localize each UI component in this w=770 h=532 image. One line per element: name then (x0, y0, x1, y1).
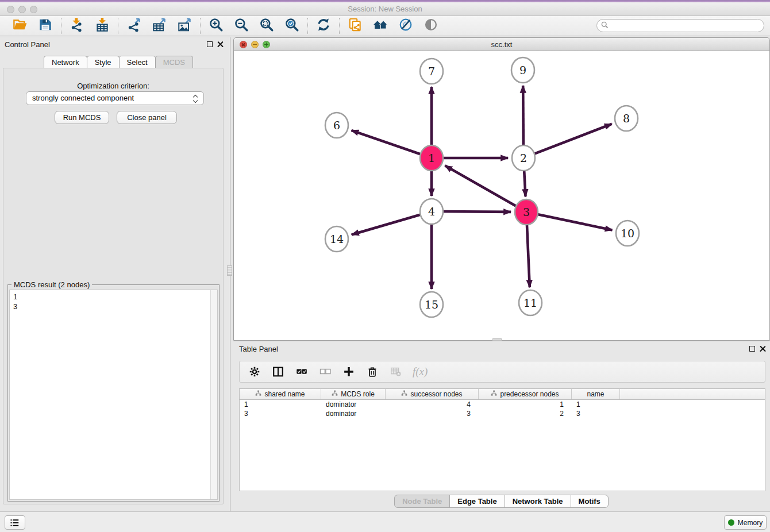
vizmapper-button[interactable] (398, 18, 414, 34)
titlebar[interactable]: Session: New Session (0, 2, 770, 16)
column-header-successor-nodes[interactable]: successor nodes (386, 389, 479, 399)
delete-row-button[interactable] (365, 365, 379, 379)
graph-node-label-2: 2 (520, 152, 527, 164)
column-header-shared-name[interactable]: shared name (240, 389, 321, 399)
zoom-in-icon (209, 17, 224, 34)
control-panel-float-icon[interactable] (207, 41, 213, 47)
optimization-criterion-select[interactable]: strongly connected component (26, 91, 204, 105)
table-header-row: shared nameMCDS rolesuccessor nodesprede… (240, 389, 765, 400)
zoom-in-button[interactable] (208, 18, 224, 34)
edge-3-1[interactable] (445, 165, 521, 209)
edge-2-9[interactable] (523, 86, 523, 152)
open-file-icon (13, 17, 28, 34)
mcds-result-box[interactable]: 1 3 (9, 290, 218, 500)
run-mcds-button[interactable]: Run MCDS (55, 111, 109, 124)
mcds-result-scrollbar[interactable] (210, 290, 217, 499)
tab-motifs[interactable]: Motifs (571, 495, 609, 508)
mcds-result-lines: 1 3 (13, 292, 17, 311)
search-icon (601, 21, 609, 31)
tab-network-table[interactable]: Network Table (505, 495, 571, 508)
cell-successor-nodes[interactable]: 3 (386, 409, 479, 418)
graph-node-label-7: 7 (428, 65, 435, 78)
import-table-button[interactable] (94, 18, 110, 34)
column-header-MCDS-role[interactable]: MCDS role (321, 389, 386, 399)
save-session-button[interactable] (37, 18, 53, 34)
refresh-icon (316, 17, 331, 34)
close-panel-button[interactable]: Close panel (117, 111, 177, 124)
tree-icon (255, 390, 261, 398)
copy-network-button[interactable] (347, 18, 363, 34)
graph-node-label-1: 1 (428, 152, 435, 164)
memory-status-icon (728, 519, 734, 526)
control-panel-close-icon[interactable] (217, 41, 224, 48)
network-view-window: scc.txt 1234678910111415 (233, 37, 770, 341)
zoom-fit-button[interactable] (259, 18, 275, 34)
export-network-icon (126, 17, 141, 34)
show-columns-button[interactable] (271, 365, 285, 379)
refresh-button[interactable] (315, 18, 332, 34)
cell-MCDS-role[interactable]: dominator (321, 409, 386, 418)
network-title: scc.txt (234, 40, 769, 49)
search-field[interactable] (596, 19, 764, 32)
settings-button[interactable] (248, 365, 261, 379)
deselect-all-button[interactable] (318, 365, 332, 379)
home-icon (373, 17, 388, 34)
tab-mcds[interactable]: MCDS (155, 56, 193, 68)
home-button[interactable] (372, 18, 388, 34)
add-row-button[interactable] (342, 365, 356, 379)
select-all-button[interactable] (295, 365, 309, 379)
open-file-button[interactable] (12, 18, 28, 34)
zoom-out-button[interactable] (233, 18, 249, 34)
save-session-icon (38, 17, 53, 34)
table-panel-title: Table Panel (239, 345, 278, 353)
search-input[interactable] (609, 20, 764, 32)
column-header-predecessor-nodes[interactable]: predecessor nodes (479, 389, 572, 399)
cell-name[interactable]: 3 (572, 409, 620, 418)
export-table-button[interactable] (151, 18, 167, 34)
table-row[interactable]: 3dominator323 (240, 409, 765, 418)
cell-MCDS-role[interactable]: dominator (321, 400, 386, 409)
tab-network[interactable]: Network (44, 56, 87, 68)
table-panel-close-icon[interactable] (760, 345, 767, 352)
memory-button[interactable]: Memory (724, 515, 767, 530)
table-panel-float-icon[interactable] (749, 346, 755, 352)
cell-predecessor-nodes[interactable]: 1 (479, 400, 572, 409)
export-image-button[interactable] (176, 18, 192, 34)
vertical-splitter[interactable] (226, 37, 233, 511)
tab-style[interactable]: Style (87, 56, 120, 68)
edge-4-14[interactable] (352, 213, 426, 235)
tab-node-table[interactable]: Node Table (394, 495, 450, 508)
tab-edge-table[interactable]: Edge Table (449, 495, 505, 508)
horizontal-splitter-handle[interactable] (492, 338, 502, 341)
cell-shared-name[interactable]: 3 (240, 409, 321, 418)
cell-shared-name[interactable]: 1 (240, 400, 321, 409)
export-network-button[interactable] (126, 18, 142, 34)
hide-panel-button[interactable] (423, 18, 439, 34)
edge-2-8[interactable] (529, 124, 611, 156)
zoom-fit-icon (259, 17, 274, 34)
cell-name[interactable]: 1 (572, 400, 620, 409)
zoom-selected-button[interactable] (284, 18, 300, 34)
splitter-handle[interactable] (227, 265, 232, 276)
zoom-selected-icon (284, 17, 299, 34)
graph-node-label-15: 15 (425, 298, 438, 311)
network-canvas[interactable]: 1234678910111415 (234, 51, 770, 341)
column-header-name[interactable]: name (572, 389, 620, 399)
graph-node-label-10: 10 (621, 227, 634, 240)
edge-3-10[interactable] (532, 213, 613, 230)
application-window: Session: New Session Control Panel Netwo… (0, 0, 770, 532)
edge-4-3[interactable] (437, 211, 511, 212)
column-label: predecessor nodes (500, 390, 559, 398)
task-history-button[interactable] (5, 515, 25, 530)
table-row[interactable]: 1dominator411 (240, 400, 765, 409)
column-label: MCDS role (341, 390, 375, 398)
cell-successor-nodes[interactable]: 4 (386, 400, 479, 409)
edge-3-11[interactable] (526, 218, 529, 287)
tab-select[interactable]: Select (119, 56, 156, 68)
delete-table-button (389, 365, 403, 379)
network-window-titlebar[interactable]: scc.txt (234, 38, 769, 51)
mcds-panel: Optimization criterion: strongly connect… (3, 68, 224, 504)
edge-1-6[interactable] (352, 130, 426, 156)
cell-predecessor-nodes[interactable]: 2 (479, 409, 572, 418)
import-network-button[interactable] (69, 18, 85, 34)
